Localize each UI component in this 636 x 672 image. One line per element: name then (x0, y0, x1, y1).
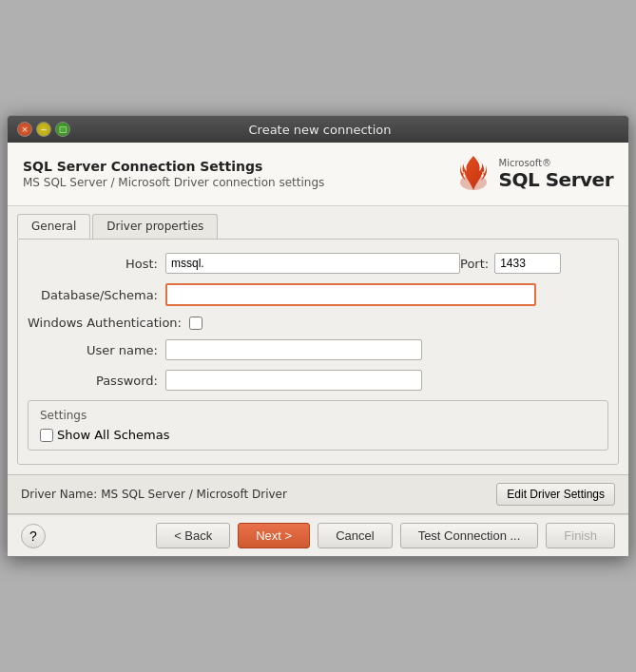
sql-server-logo: Microsoft® SQL Server (453, 154, 613, 194)
header-section: SQL Server Connection Settings MS SQL Se… (8, 143, 628, 206)
help-button[interactable]: ? (21, 524, 46, 548)
main-content: General Driver properties Host: Port: Da… (8, 206, 628, 474)
sql-server-label: SQL Server (499, 168, 613, 191)
sql-logo-text: Microsoft® SQL Server (499, 158, 613, 191)
database-label: Database/Schema: (28, 288, 165, 302)
host-row: Host: Port: (28, 253, 608, 274)
connection-settings-title: SQL Server Connection Settings (23, 159, 324, 174)
password-row: Password: (28, 370, 608, 391)
connection-settings-subtitle: MS SQL Server / Microsoft Driver connect… (23, 176, 324, 189)
tab-general[interactable]: General (17, 214, 90, 239)
maximize-window-button[interactable]: □ (55, 122, 70, 137)
minimize-window-button[interactable]: − (36, 122, 51, 137)
port-group: Port: (460, 253, 561, 274)
driver-name-value: MS SQL Server / Microsoft Driver (101, 488, 287, 501)
next-button[interactable]: Next > (238, 523, 310, 548)
tab-driver-properties[interactable]: Driver properties (92, 214, 218, 239)
settings-group: Settings Show All Schemas (28, 400, 608, 451)
windows-auth-row: Windows Authentication: (28, 316, 608, 330)
database-input[interactable] (165, 283, 536, 306)
form-panel: Host: Port: Database/Schema: Windows Aut… (17, 239, 619, 465)
show-all-schemas-checkbox[interactable] (40, 429, 53, 442)
username-input[interactable] (165, 339, 422, 360)
test-connection-button[interactable]: Test Connection ... (400, 523, 539, 548)
edit-driver-button[interactable]: Edit Driver Settings (496, 483, 615, 506)
cancel-button[interactable]: Cancel (318, 523, 392, 548)
port-input[interactable] (494, 253, 561, 274)
window-controls: × − □ (17, 122, 70, 137)
footer-bar: Driver Name: MS SQL Server / Microsoft D… (8, 474, 628, 513)
main-window: × − □ Create new connection SQL Server C… (7, 115, 629, 557)
password-input[interactable] (165, 370, 422, 391)
username-row: User name: (28, 339, 608, 360)
driver-name-label: Driver Name: (21, 488, 97, 501)
show-all-schemas-row: Show All Schemas (40, 428, 596, 442)
host-input[interactable] (165, 253, 460, 274)
window-title: Create new connection (70, 123, 569, 137)
close-window-button[interactable]: × (17, 122, 32, 137)
database-row: Database/Schema: (28, 283, 608, 306)
sql-server-icon (453, 154, 493, 194)
driver-name-section: Driver Name: MS SQL Server / Microsoft D… (21, 488, 287, 501)
password-label: Password: (28, 374, 165, 388)
windows-auth-checkbox[interactable] (189, 317, 202, 330)
back-button[interactable]: < Back (156, 523, 230, 548)
bottom-buttons: ? < Back Next > Cancel Test Connection .… (8, 514, 628, 556)
finish-button: Finish (546, 523, 615, 548)
host-label: Host: (28, 257, 165, 271)
settings-group-label: Settings (40, 409, 596, 422)
microsoft-label: Microsoft® (499, 158, 552, 168)
tabs-container: General Driver properties (17, 214, 619, 239)
windows-auth-label: Windows Authentication: (28, 316, 189, 330)
title-bar: × − □ Create new connection (8, 116, 628, 143)
port-label: Port: (460, 257, 489, 271)
header-text: SQL Server Connection Settings MS SQL Se… (23, 159, 324, 189)
username-label: User name: (28, 343, 165, 357)
show-all-schemas-label: Show All Schemas (57, 428, 170, 442)
